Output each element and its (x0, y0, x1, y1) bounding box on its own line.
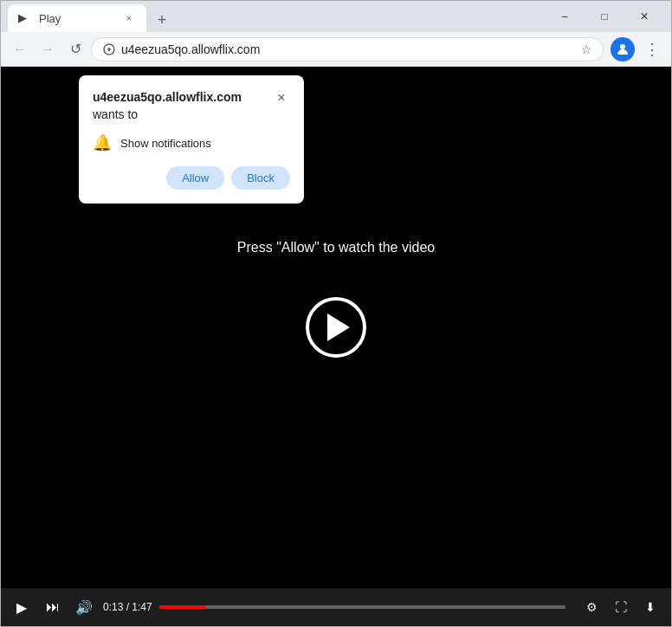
video-fullscreen-button[interactable]: ⛶ (609, 595, 633, 619)
video-controls-right: ⚙ ⛶ ⬇ (579, 595, 662, 619)
back-button[interactable]: ← (8, 37, 32, 61)
video-time-display: 0:13 / 1:47 (103, 601, 152, 613)
play-triangle-icon (327, 314, 350, 341)
popup-close-button[interactable]: × (273, 89, 290, 107)
video-play-button[interactable]: ▶ (10, 595, 34, 619)
play-circle-button[interactable] (306, 297, 366, 358)
forward-button[interactable]: → (36, 37, 60, 61)
minimize-button[interactable]: – (545, 3, 585, 29)
tab-bar: ▶ Play × + (8, 1, 541, 32)
popup-header: u4eezua5qo.allowflix.com wants to × (93, 89, 290, 123)
toolbar: ← → ↺ ☆ ⋮ (1, 32, 671, 67)
video-controls: ▶ ⏭ 🔊 0:13 / 1:47 ⚙ ⛶ ⬇ (1, 588, 671, 626)
popup-option: 🔔 Show notifications (93, 133, 290, 152)
reload-button[interactable]: ↺ (63, 37, 87, 61)
new-tab-button[interactable]: + (150, 8, 174, 32)
popup-site-name: u4eezua5qo.allowflix.com (93, 90, 242, 104)
security-icon (102, 42, 116, 56)
video-progress-bar[interactable] (159, 605, 565, 609)
popup-option-label: Show notifications (120, 137, 211, 150)
tab-favicon: ▶ (18, 11, 32, 25)
profile-icon (616, 42, 630, 56)
video-progress-fill (159, 605, 206, 609)
bell-icon: 🔔 (93, 133, 112, 152)
chrome-menu-button[interactable]: ⋮ (640, 37, 664, 61)
block-button[interactable]: Block (231, 166, 290, 190)
active-tab[interactable]: ▶ Play × (8, 4, 146, 32)
popup-wants-text: wants to (93, 107, 138, 121)
popup-title: u4eezua5qo.allowflix.com wants to (93, 89, 273, 123)
video-settings-button[interactable]: ⚙ (579, 595, 604, 619)
content-area: u4eezua5qo.allowflix.com wants to × 🔔 Sh… (1, 67, 671, 588)
video-volume-button[interactable]: 🔊 (72, 595, 96, 619)
play-button-wrap[interactable] (306, 297, 366, 358)
video-skip-button[interactable]: ⏭ (41, 595, 65, 619)
popup-actions: Allow Block (93, 166, 290, 190)
browser-window: ▶ Play × + – □ ✕ ← → ↺ ☆ (0, 0, 672, 627)
address-bar[interactable]: ☆ (91, 37, 604, 61)
video-download-button[interactable]: ⬇ (638, 595, 662, 619)
tab-title: Play (39, 12, 115, 25)
profile-button[interactable] (611, 37, 635, 61)
notification-popup: u4eezua5qo.allowflix.com wants to × 🔔 Sh… (79, 75, 304, 204)
address-input[interactable] (121, 42, 576, 56)
maximize-button[interactable]: □ (585, 3, 624, 29)
tab-close-button[interactable]: × (122, 11, 136, 25)
allow-button[interactable]: Allow (166, 166, 224, 190)
press-allow-text: Press "Allow" to watch the video (237, 240, 435, 255)
close-button[interactable]: ✕ (624, 3, 664, 29)
svg-point-1 (620, 44, 625, 49)
title-bar: ▶ Play × + – □ ✕ (1, 1, 671, 32)
bookmark-star-icon[interactable]: ☆ (581, 42, 592, 56)
